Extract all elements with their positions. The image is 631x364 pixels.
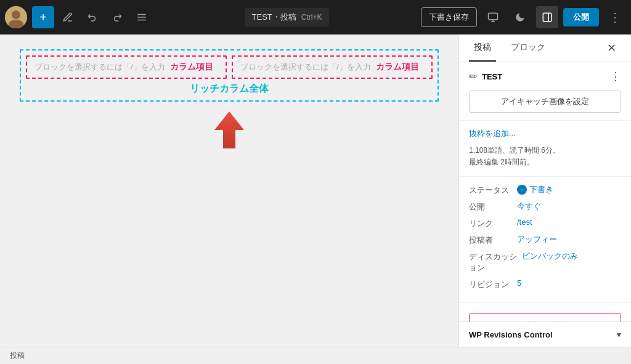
publish-value[interactable]: 今すぐ <box>517 201 541 212</box>
discussion-value[interactable]: ピンバックのみ <box>522 251 578 262</box>
sidebar: 投稿 ブロック ✕ ✏ TEST ⋮ アイキャッチ画像を設定 抜粋を追加... … <box>458 34 631 347</box>
discussion-label: ディスカッション <box>469 251 517 273</box>
svg-point-1 <box>12 10 20 19</box>
author-row: 投稿者 アッフィー <box>469 234 621 246</box>
revision-label: リビジョン <box>469 278 512 290</box>
post-title-label: TEST・投稿 <box>252 12 296 23</box>
publish-button[interactable]: 公開 <box>563 8 599 26</box>
editor-canvas: ブロックを選択するには「/」を入力 カラム項目 ブロックを選択するには「/」を入… <box>20 49 439 148</box>
column1-placeholder: ブロックを選択するには「/」を入力 <box>35 62 165 73</box>
add-block-button[interactable]: + <box>32 6 54 28</box>
post-options-button[interactable]: ⋮ <box>610 70 621 83</box>
column2-placeholder: ブロックを選択するには「/」を入力 <box>240 62 371 73</box>
status-bar: 投稿 <box>0 347 631 364</box>
link-row: リンク /test <box>469 217 621 229</box>
last-edited: 最終編集 2時間前。 <box>469 157 621 168</box>
status-bar-text: 投稿 <box>10 350 25 361</box>
tab-post[interactable]: 投稿 <box>469 34 496 62</box>
status-row: ステータス 下書き <box>469 184 621 196</box>
status-label: ステータス <box>469 184 512 196</box>
revision-row: リビジョン 5 <box>469 278 621 290</box>
featured-image-button[interactable]: アイキャッチ画像を設定 <box>469 91 621 113</box>
column2-label: カラム項目 <box>376 62 419 73</box>
post-title-toolbar[interactable]: TEST・投稿 Ctrl+K <box>245 8 330 26</box>
avatar <box>5 6 27 28</box>
toolbar: + TEST・投稿 Ctrl+K 下書き保存 <box>0 0 631 34</box>
wp-revisions-header[interactable]: WP Revisions Control ▾ <box>459 322 631 347</box>
save-draft-button[interactable]: 下書き保存 <box>421 7 477 27</box>
link-label: リンク <box>469 217 512 229</box>
dark-mode-button[interactable] <box>509 6 531 28</box>
publish-label: 公開 <box>469 201 512 212</box>
rich-columns-block[interactable]: ブロックを選択するには「/」を入力 カラム項目 ブロックを選択するには「/」を入… <box>20 49 439 102</box>
status-dot-icon <box>517 185 527 195</box>
columns-inner: ブロックを選択するには「/」を入力 カラム項目 ブロックを選択するには「/」を入… <box>26 55 433 79</box>
word-count: 1,108単語、読了時間 6分。 <box>469 145 621 156</box>
plus-icon: + <box>39 10 47 25</box>
rich-column-label: リッチカラム全体 <box>26 83 433 95</box>
edit-post-icon: ✏ <box>469 71 477 83</box>
publish-row: 公開 今すぐ <box>469 201 621 212</box>
undo-button[interactable] <box>81 6 104 28</box>
trash-button[interactable]: ゴミ箱へ移動 <box>469 313 621 322</box>
svg-rect-9 <box>543 13 552 22</box>
preview-device-button[interactable] <box>482 6 504 28</box>
link-value[interactable]: /test <box>517 217 532 227</box>
search-shortcut: Ctrl+K <box>301 13 322 22</box>
main-area: ブロックを選択するには「/」を入力 カラム項目 ブロックを選択するには「/」を入… <box>0 34 631 347</box>
author-value[interactable]: アッフィー <box>517 234 557 245</box>
sidebar-post-title-section: ✏ TEST ⋮ アイキャッチ画像を設定 <box>459 62 631 121</box>
sidebar-content: ✏ TEST ⋮ アイキャッチ画像を設定 抜粋を追加... 1,108単語、読了… <box>459 62 631 322</box>
tools-button[interactable] <box>57 6 79 28</box>
arrow-indicator <box>20 111 439 148</box>
discussion-row: ディスカッション ピンバックのみ <box>469 251 621 273</box>
author-label: 投稿者 <box>469 234 512 246</box>
toolbar-right: 下書き保存 公開 ⋮ <box>421 6 626 28</box>
redo-button[interactable] <box>106 6 128 28</box>
sidebar-post-title: TEST <box>482 72 610 81</box>
tab-block[interactable]: ブロック <box>506 34 550 62</box>
revision-value[interactable]: 5 <box>517 278 521 288</box>
svg-rect-6 <box>489 13 498 20</box>
wp-revisions-title: WP Revisions Control <box>469 330 553 339</box>
svg-marker-11 <box>214 111 244 148</box>
editor-area: ブロックを選択するには「/」を入力 カラム項目 ブロックを選択するには「/」を入… <box>0 34 458 347</box>
sidebar-meta-section: ステータス 下書き 公開 今すぐ リンク /test <box>459 177 631 303</box>
sidebar-excerpt-section: 抜粋を追加... 1,108単語、読了時間 6分。 最終編集 2時間前。 <box>459 121 631 177</box>
more-options-button[interactable]: ⋮ <box>604 6 626 28</box>
toolbar-center: TEST・投稿 Ctrl+K <box>155 8 418 26</box>
column-block-1[interactable]: ブロックを選択するには「/」を入力 カラム項目 <box>26 55 227 79</box>
post-title-row: ✏ TEST ⋮ <box>469 70 621 83</box>
sidebar-tabs: 投稿 ブロック ✕ <box>459 34 631 62</box>
excerpt-link[interactable]: 抜粋を追加... <box>469 128 621 139</box>
list-view-button[interactable] <box>131 6 153 28</box>
sidebar-trash-section: ゴミ箱へ移動 <box>459 303 631 322</box>
chevron-down-icon: ▾ <box>617 330 621 339</box>
sidebar-toggle-button[interactable] <box>536 6 558 28</box>
status-value[interactable]: 下書き <box>517 184 553 195</box>
column1-label: カラム項目 <box>170 62 213 73</box>
sidebar-close-button[interactable]: ✕ <box>601 38 621 58</box>
sidebar-wp-revisions: WP Revisions Control ▾ <box>459 322 631 347</box>
column-block-2[interactable]: ブロックを選択するには「/」を入力 カラム項目 <box>232 55 433 79</box>
